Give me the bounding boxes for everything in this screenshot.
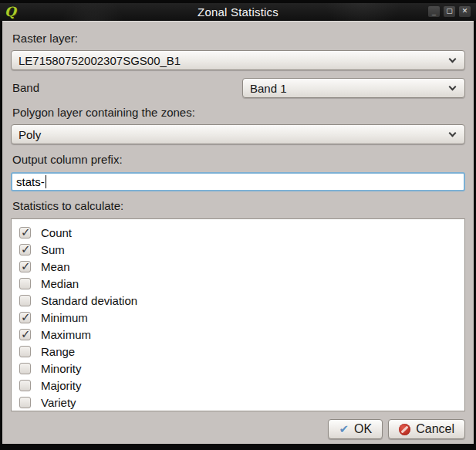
chevron-down-icon <box>449 83 457 90</box>
checkbox[interactable] <box>19 227 31 239</box>
chevron-down-icon <box>449 129 457 137</box>
output-prefix-value: stats- <box>16 175 45 188</box>
statistics-label: Statistics to calculate: <box>12 199 465 213</box>
qgis-logo-icon: Q <box>5 4 16 19</box>
maximize-icon[interactable]: ▢ <box>444 6 455 17</box>
polygon-layer-label: Polygon layer containing the zones: <box>12 106 465 120</box>
checkbox[interactable] <box>19 295 31 306</box>
titlebar[interactable]: Q Zonal Statistics _ ▢ ✕ <box>0 3 476 21</box>
stat-item-count[interactable]: Count <box>19 224 464 241</box>
checkbox[interactable] <box>19 278 31 289</box>
output-prefix-input[interactable]: stats- <box>11 172 465 191</box>
statistics-list: Count Sum Mean Median Standard deviation… <box>11 218 465 411</box>
stat-item-variety[interactable]: Variety <box>19 394 464 411</box>
raster-layer-label: Raster layer: <box>12 32 465 46</box>
stat-item-range[interactable]: Range <box>19 343 464 360</box>
window-title: Zonal Statistics <box>0 5 476 19</box>
stat-item-minimum[interactable]: Minimum <box>19 309 464 326</box>
polygon-layer-select[interactable]: Poly <box>11 124 465 144</box>
checkbox[interactable] <box>19 363 31 374</box>
stat-item-majority[interactable]: Majority <box>19 377 464 394</box>
checkbox[interactable] <box>19 244 31 255</box>
window-controls: _ ▢ ✕ <box>428 6 471 17</box>
check-icon: ✔ <box>339 422 349 436</box>
zonal-statistics-dialog: Raster layer: LE71580752002307SGS00_B1 B… <box>2 21 474 444</box>
checkbox[interactable] <box>19 397 31 408</box>
minimize-icon[interactable]: _ <box>428 6 440 17</box>
stat-item-mean[interactable]: Mean <box>19 258 464 275</box>
band-label: Band <box>12 81 39 95</box>
stat-item-median[interactable]: Median <box>19 275 464 292</box>
checkbox[interactable] <box>19 380 31 391</box>
band-select[interactable]: Band 1 <box>242 78 465 98</box>
checkbox[interactable] <box>19 346 31 357</box>
stat-item-minority[interactable]: Minority <box>19 360 464 377</box>
raster-layer-select[interactable]: LE71580752002307SGS00_B1 <box>11 50 465 70</box>
stat-item-sum[interactable]: Sum <box>19 241 464 258</box>
checkbox[interactable] <box>19 329 31 340</box>
output-prefix-label: Output column prefix: <box>12 153 465 167</box>
cancel-icon <box>399 424 410 435</box>
polygon-layer-value: Poly <box>19 128 41 141</box>
stat-item-standard-deviation[interactable]: Standard deviation <box>19 292 464 309</box>
stat-item-maximum[interactable]: Maximum <box>19 326 464 343</box>
checkbox[interactable] <box>19 312 31 323</box>
cancel-button[interactable]: Cancel <box>388 419 465 439</box>
chevron-down-icon <box>449 55 457 63</box>
ok-button[interactable]: ✔ OK <box>328 419 383 439</box>
checkbox[interactable] <box>19 261 31 272</box>
text-cursor <box>46 175 46 188</box>
band-value: Band 1 <box>250 82 287 95</box>
close-icon[interactable]: ✕ <box>459 6 471 17</box>
raster-layer-value: LE71580752002307SGS00_B1 <box>19 54 181 67</box>
